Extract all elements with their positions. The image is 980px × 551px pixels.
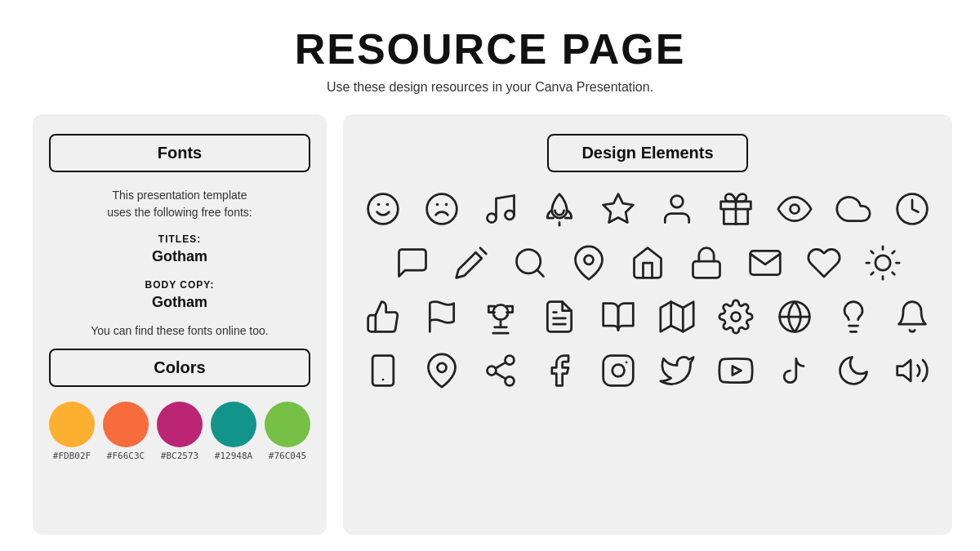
color-swatch [265,402,310,447]
pin-icon [565,239,612,287]
title-font-label: TITLES: [49,233,310,247]
title-font-name: Gotham [49,247,310,267]
clock-icon [889,185,936,233]
icons-row-1 [359,185,936,233]
body-font-entry: BODY COPY: Gotham [49,278,310,313]
svg-point-37 [732,313,741,322]
left-panel: Fonts This presentation template uses th… [33,114,327,535]
svg-marker-52 [733,366,742,375]
svg-point-46 [488,367,497,375]
color-swatch [49,402,95,447]
icons-row-4 [359,347,936,394]
svg-point-10 [671,196,684,208]
svg-line-15 [480,248,486,254]
svg-line-17 [537,270,544,277]
fonts-description: This presentation template uses the foll… [49,187,310,221]
book-icon [595,293,642,340]
svg-line-28 [893,251,895,254]
fonts-section-header: Fonts [49,134,310,172]
svg-point-44 [438,363,447,372]
cloud-icon [830,185,877,233]
gear-icon [712,293,760,340]
color-swatch-wrap: #BC2573 [157,402,203,461]
flag-icon [418,293,466,340]
fonts-note: You can find these fonts online too. [49,324,310,337]
svg-point-13 [791,205,800,214]
right-panel: Design Elements [343,114,952,535]
instagram-icon [595,347,642,394]
svg-marker-34 [661,302,693,332]
trophy-icon [477,293,524,340]
svg-point-7 [506,211,514,220]
mail-icon [742,239,789,287]
color-hex-label: #12948A [215,451,252,461]
color-hex-label: #BC2573 [161,451,198,461]
svg-line-24 [893,273,895,275]
globe-icon [771,293,818,340]
svg-point-45 [506,356,514,365]
smiley-happy-icon [359,185,407,233]
lightbulb-icon [830,293,877,340]
facebook-icon [536,347,583,394]
svg-rect-42 [372,356,394,386]
svg-point-0 [368,194,399,224]
map-icon [653,293,701,340]
moon-icon [830,347,877,394]
color-swatch-wrap: #FDB02F [49,402,95,461]
page-subtitle: Use these design resources in your Canva… [327,80,653,95]
color-swatch-wrap: #12948A [211,402,256,461]
main-content: Fonts This presentation template uses th… [33,114,947,535]
icons-row-3 [359,293,936,340]
sun-icon [859,239,906,287]
svg-point-6 [488,214,497,223]
svg-line-49 [496,362,506,368]
edit-icon [448,239,495,287]
color-hex-label: #FDB02F [53,451,91,461]
search-icon [506,239,554,287]
youtube-icon [712,347,760,394]
megaphone-icon [889,347,936,394]
home-icon [624,239,671,287]
document-icon [536,293,583,340]
body-font-name: Gotham [49,292,310,313]
chat-icon [389,239,436,287]
twitter-icon [653,347,701,394]
rocket-icon [536,185,583,233]
smiley-sad-icon [418,185,466,233]
color-hex-label: #F66C3C [107,451,145,461]
colors-section-header: Colors [49,349,310,387]
user-icon [653,185,701,233]
svg-rect-19 [693,261,720,278]
svg-point-20 [875,256,890,270]
thumbsup-icon [359,293,407,340]
color-swatch [103,402,149,447]
lock-icon [683,239,730,287]
bell-icon [889,293,936,340]
share-icon [477,347,524,394]
colors-swatches: #FDB02F#F66C3C#BC2573#12948A#76C045 [49,402,310,461]
gift-icon [712,185,760,233]
icons-grid [359,185,936,394]
heart-icon [800,239,848,287]
color-swatch-wrap: #F66C3C [103,402,149,461]
color-hex-label: #76C045 [269,451,306,461]
color-swatch [211,402,256,447]
music-icon [477,185,524,233]
eye-icon [771,185,818,233]
color-swatch [157,402,203,447]
location-icon [418,347,466,394]
svg-point-18 [585,256,594,264]
svg-rect-50 [604,356,634,386]
svg-marker-9 [604,194,634,223]
color-swatch-wrap: #76C045 [265,402,310,461]
body-font-label: BODY COPY: [49,278,310,292]
icons-row-2 [389,239,906,287]
svg-line-23 [871,251,874,254]
tiktok-icon [771,347,818,394]
svg-line-27 [871,273,874,275]
page-title: RESOURCE PAGE [295,24,686,73]
svg-line-48 [496,373,506,379]
title-font-entry: TITLES: Gotham [49,233,310,267]
svg-point-47 [506,376,514,385]
svg-point-3 [427,194,457,224]
